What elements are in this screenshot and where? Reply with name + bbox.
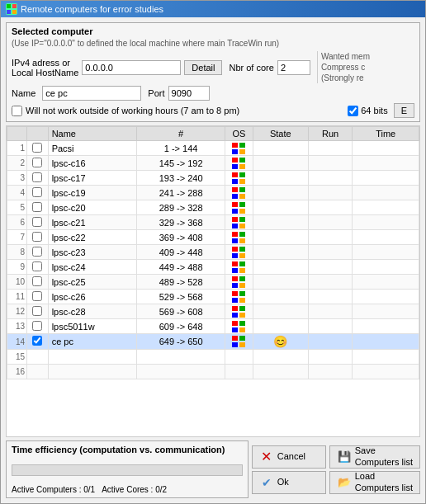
table-row[interactable]: 10lpsc-c25489 -> 528 [7, 275, 419, 290]
svg-rect-56 [232, 336, 238, 341]
row-checkbox-cell[interactable] [27, 156, 48, 171]
table-row[interactable]: 12lpsc-c28569 -> 608 [7, 304, 419, 319]
row-state [253, 260, 308, 275]
cancel-button[interactable]: ✕ Cancel [252, 445, 326, 469]
row-checkbox-cell[interactable] [27, 304, 48, 319]
row-checkbox[interactable] [32, 261, 42, 271]
row-checkbox-cell[interactable] [27, 275, 48, 290]
row-checkbox-cell[interactable] [27, 230, 48, 245]
row-checkbox[interactable] [32, 247, 42, 257]
row-state [253, 319, 308, 334]
save-button[interactable]: 💾 SaveComputers list [329, 445, 420, 469]
row-checkbox[interactable] [32, 143, 42, 153]
row-checkbox[interactable] [32, 202, 42, 212]
nbr-core-input[interactable] [277, 60, 310, 75]
bits-checkbox[interactable] [348, 106, 358, 116]
wanted-mem-label: Wanted mem [321, 51, 370, 62]
e-button[interactable]: E [394, 103, 414, 118]
row-checkbox[interactable] [32, 291, 42, 301]
row-checkbox[interactable] [32, 276, 42, 286]
row-checkbox[interactable] [32, 217, 42, 227]
svg-rect-46 [232, 298, 238, 303]
row-time [353, 171, 419, 186]
table-row[interactable]: 14ce pc649 -> 650😊 [7, 334, 419, 350]
table-row[interactable]: 15 [7, 350, 419, 365]
row-time [353, 334, 419, 350]
table-row[interactable]: 5lpsc-c20289 -> 328 [7, 200, 419, 215]
row-checkbox-cell[interactable] [27, 319, 48, 334]
action-buttons: ✕ Cancel ✔ Ok [252, 440, 326, 498]
row-checkbox[interactable] [32, 336, 42, 346]
table-row[interactable]: 8lpsc-c23409 -> 448 [7, 245, 419, 260]
row-checkbox[interactable] [32, 232, 42, 242]
row-checkbox-cell[interactable] [27, 245, 48, 260]
efficiency-title: Time efficiency (computation vs. communi… [12, 445, 243, 455]
table-row[interactable]: 6lpsc-c21329 -> 368 [7, 215, 419, 230]
table-row[interactable]: 7lpsc-c22369 -> 408 [7, 230, 419, 245]
table-row[interactable]: 11lpsc-c26529 -> 568 [7, 290, 419, 304]
computers-table-container[interactable]: Name # OS State Run Time 1Pacsi1 -> 1442… [6, 125, 420, 437]
name-input[interactable] [42, 86, 141, 101]
ok-button[interactable]: ✔ Ok [252, 471, 326, 494]
section-title: Selected computer [12, 26, 414, 36]
row-range: 289 -> 328 [136, 200, 225, 215]
row-checkbox[interactable] [32, 306, 42, 316]
row-time [353, 260, 419, 275]
row-time [353, 319, 419, 334]
svg-rect-8 [232, 158, 238, 163]
row-checkbox-cell[interactable] [27, 171, 48, 186]
windows-icon [232, 321, 245, 332]
ip-input[interactable] [82, 60, 181, 75]
row-number: 4 [7, 186, 27, 200]
row-checkbox[interactable] [32, 187, 42, 197]
row-os [225, 365, 253, 379]
working-hours-checkbox[interactable] [12, 106, 22, 116]
row-checkbox[interactable] [32, 172, 42, 182]
row-checkbox-cell[interactable] [27, 365, 48, 379]
row-os [225, 304, 253, 319]
row-checkbox[interactable] [32, 158, 42, 167]
row-number: 14 [7, 334, 27, 350]
table-row[interactable]: 3lpsc-c17193 -> 240 [7, 171, 419, 186]
row-checkbox[interactable] [32, 321, 42, 331]
svg-rect-18 [232, 194, 238, 199]
windows-icon [232, 261, 245, 273]
table-body: 1Pacsi1 -> 1442lpsc-c16145 -> 1923lpsc-c… [7, 141, 419, 379]
row-state [253, 245, 308, 260]
row-run [308, 230, 353, 245]
row-checkbox-cell[interactable] [27, 334, 48, 350]
windows-icon [232, 291, 245, 303]
load-button[interactable]: 📂 LoadComputers list [329, 471, 420, 494]
svg-rect-42 [232, 283, 238, 288]
table-row[interactable]: 2lpsc-c16145 -> 192 [7, 156, 419, 171]
svg-rect-31 [239, 238, 245, 243]
row-checkbox-cell[interactable] [27, 200, 48, 215]
compress-label: Compress c(Strongly re [321, 62, 370, 83]
svg-rect-45 [239, 291, 245, 296]
table-row[interactable]: 16 [7, 365, 419, 379]
col-check [27, 127, 48, 141]
row-checkbox-cell[interactable] [27, 350, 48, 365]
main-window: Remote computers for error studies Selec… [0, 0, 426, 504]
row-checkbox-cell[interactable] [27, 186, 48, 200]
svg-rect-28 [232, 232, 238, 237]
port-input[interactable] [168, 86, 210, 101]
row-run [308, 365, 353, 379]
row-number: 13 [7, 319, 27, 334]
row-checkbox-cell[interactable] [27, 141, 48, 156]
row-checkbox-cell[interactable] [27, 215, 48, 230]
svg-rect-6 [232, 149, 238, 154]
row-checkbox-cell[interactable] [27, 290, 48, 304]
table-row[interactable]: 4lpsc-c19241 -> 288 [7, 186, 419, 200]
table-row[interactable]: 9lpsc-c24449 -> 488 [7, 260, 419, 275]
windows-icon [232, 336, 245, 347]
table-row[interactable]: 13lpsc5011w609 -> 648 [7, 319, 419, 334]
table-row[interactable]: 1Pacsi1 -> 144 [7, 141, 419, 156]
row-state [253, 304, 308, 319]
row-os [225, 350, 253, 365]
windows-icon [232, 232, 245, 243]
row-checkbox-cell[interactable] [27, 260, 48, 275]
row-state: 😊 [253, 334, 308, 350]
row-state [253, 275, 308, 290]
detail-button[interactable]: Detail [184, 60, 222, 75]
